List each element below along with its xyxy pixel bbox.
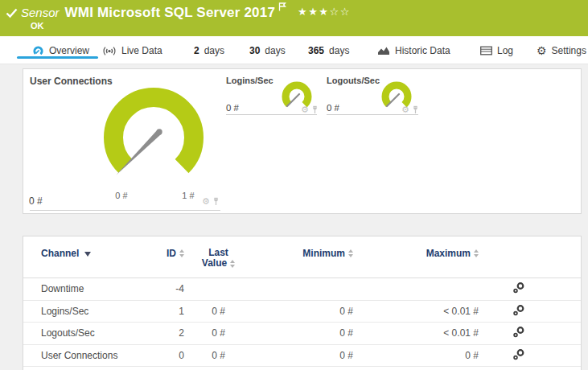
tab-live-data[interactable]: Live Data: [102, 43, 162, 58]
flag-icon[interactable]: [278, 2, 286, 11]
channel-name: Logouts/Sec: [41, 327, 146, 339]
tab-2-days[interactable]: 2 days: [194, 43, 224, 58]
main-gauge-divider: [30, 210, 220, 211]
status-ok-check-icon: [6, 8, 18, 18]
channel-last-value: 0 #: [212, 350, 225, 361]
gauge-settings-gear-icon[interactable]: ⚙: [202, 197, 210, 206]
column-header-maximum[interactable]: Maximum: [353, 248, 479, 259]
channels-table-header: Channel ID Last Value Minimum Maximum: [23, 236, 581, 278]
tab-2-days-label: days: [204, 45, 224, 56]
stars-empty: ☆☆: [330, 6, 351, 18]
column-header-minimum[interactable]: Minimum: [253, 248, 353, 259]
minimum-header-label: Minimum: [302, 248, 345, 259]
channel-last-value: 0 #: [212, 327, 225, 339]
sort-icon: [474, 249, 479, 257]
logins-gauge-actions: ⚙: [301, 105, 319, 114]
tab-log[interactable]: Log: [480, 43, 513, 58]
table-row-downtime: Downtime -4: [23, 278, 581, 301]
sensor-titlebar: Sensor WMI Microsoft SQL Server 2017 ★★★…: [0, 0, 588, 36]
logouts-gauge-title: Logouts/Sec: [327, 76, 380, 85]
table-row-user-connections: User Connections 0 0 # 0 # 0 #: [23, 345, 581, 368]
tab-bar: Overview Live Data 2 days 30 days 365 da…: [0, 36, 588, 64]
channel-minimum: 0 #: [339, 350, 353, 361]
channel-name: Downtime: [41, 283, 146, 294]
main-gauge-scale-min: 0 #: [107, 191, 136, 200]
channel-settings-icon[interactable]: [512, 304, 525, 316]
sort-desc-icon: [84, 252, 91, 257]
gauges-panel: User Connections 0 # 1 # 0 # ⚙ Logins/Se…: [23, 68, 582, 214]
channel-minimum: 0 #: [339, 327, 353, 339]
channels-table-panel: Channel ID Last Value Minimum Maximum Do…: [23, 236, 582, 370]
active-tab-underline: [17, 56, 98, 59]
tab-365-days-label: days: [329, 45, 349, 56]
channel-name: Logins/Sec: [41, 306, 146, 317]
table-row-logins: Logins/Sec 1 0 # 0 # < 0.01 #: [23, 301, 581, 323]
tab-30-days-label: days: [265, 45, 285, 56]
maximum-header-label: Maximum: [426, 248, 471, 259]
channel-id: -4: [175, 283, 184, 294]
last-value-header-line2: Value: [202, 258, 227, 269]
sort-icon: [230, 260, 235, 268]
user-connections-gauge[interactable]: [85, 77, 222, 188]
tab-365-days[interactable]: 365 days: [308, 43, 349, 58]
tab-overview-label: Overview: [49, 45, 89, 56]
tab-30-days[interactable]: 30 days: [249, 43, 286, 58]
table-row-logouts: Logouts/Sec 2 0 # 0 # < 0.01 #: [23, 323, 581, 345]
logouts-gauge-actions: ⚙: [401, 105, 419, 114]
channel-last-value: 0 #: [212, 306, 225, 317]
tab-2-days-number: 2: [194, 45, 199, 56]
gear-icon: ⚙: [537, 45, 547, 56]
sort-icon: [179, 249, 184, 257]
stars-filled: ★★★: [298, 6, 329, 18]
broadcast-icon: [102, 46, 117, 56]
column-header-channel[interactable]: Channel: [41, 248, 146, 259]
logins-gauge-title: Logins/Sec: [226, 76, 273, 85]
pin-icon[interactable]: [212, 197, 220, 206]
logouts-gauge-value: 0 #: [327, 103, 339, 113]
channel-minimum: 0 #: [339, 306, 353, 317]
main-gauge-actions: ⚙: [202, 197, 220, 206]
area-chart-icon: [377, 46, 390, 56]
tab-30-days-number: 30: [249, 45, 260, 56]
channel-id: 0: [179, 350, 184, 361]
tab-log-label: Log: [497, 45, 513, 56]
sensor-kind-label: Sensor: [21, 6, 60, 19]
tab-365-days-number: 365: [308, 45, 324, 56]
tab-live-data-label: Live Data: [121, 45, 162, 56]
tab-historic-data[interactable]: Historic Data: [377, 43, 450, 58]
pin-icon[interactable]: [412, 105, 419, 114]
pin-icon[interactable]: [311, 105, 319, 114]
channel-header-label: Channel: [41, 248, 79, 259]
column-header-id[interactable]: ID: [146, 248, 184, 259]
channel-maximum: < 0.01 #: [443, 306, 479, 317]
channel-maximum: < 0.01 #: [443, 327, 479, 339]
id-header-label: ID: [167, 248, 176, 259]
status-badge: OK: [31, 21, 44, 31]
tab-settings-label: Settings: [552, 45, 586, 56]
channel-settings-icon[interactable]: [512, 326, 525, 338]
sensor-name: WMI Microsoft SQL Server 2017: [65, 5, 276, 21]
gauge-settings-gear-icon[interactable]: ⚙: [401, 105, 409, 114]
log-icon: [480, 46, 492, 56]
overview-gauge-icon: [32, 46, 44, 56]
gauge-settings-gear-icon[interactable]: ⚙: [301, 105, 309, 114]
main-gauge-value: 0 #: [29, 195, 43, 207]
tab-settings[interactable]: ⚙ Settings: [537, 43, 586, 58]
channel-id: 2: [179, 327, 184, 339]
rating-stars[interactable]: ★★★☆☆: [298, 6, 351, 18]
main-gauge-scale-max: 1 #: [174, 191, 203, 200]
channel-settings-icon[interactable]: [512, 348, 525, 360]
tab-historic-data-label: Historic Data: [395, 45, 450, 56]
logins-gauge-divider: [226, 114, 317, 115]
column-header-last-value[interactable]: Last Value: [202, 248, 235, 269]
logouts-gauge-divider: [327, 114, 418, 115]
channel-name: User Connections: [41, 350, 146, 361]
channel-id: 1: [179, 306, 184, 317]
channel-settings-icon[interactable]: [512, 282, 525, 294]
logins-gauge-value: 0 #: [226, 103, 239, 113]
channel-maximum: 0 #: [465, 350, 479, 361]
